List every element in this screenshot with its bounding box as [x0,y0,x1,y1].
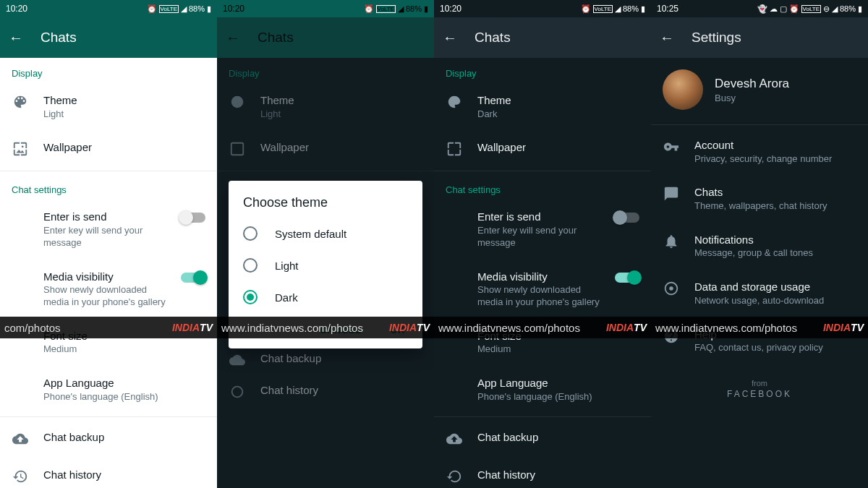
back-button[interactable]: ← [660,30,674,46]
app-lang-label: App Language [477,376,639,390]
font-size-value: Medium [477,343,639,356]
font-size-value: Medium [43,343,205,356]
signal-icon: ◢ [398,4,404,14]
app-language-item[interactable]: App Language Phone's language (English) [434,366,651,413]
media-vis-toggle[interactable] [615,273,639,283]
status-time: 10:25 [657,4,678,14]
status-time: 10:20 [223,4,244,14]
media-vis-toggle[interactable] [181,273,205,283]
media-vis-label: Media visibility [43,270,166,284]
enter-send-item[interactable]: Enter is send Enter key will send your m… [434,200,651,259]
status-bar: 10:20 ⏰ VoLTE ◢ 88% ▮ [434,0,651,17]
page-title: Chats [41,30,77,46]
wallpaper-icon [229,140,246,158]
theme-icon [229,93,246,111]
chat-backup-label: Chat backup [43,430,205,445]
page-title: Settings [692,30,741,46]
from-facebook: from FACEBOOK [651,379,868,399]
signal-icon: ◢ [615,4,621,14]
chat-history-item[interactable]: Chat history [0,458,217,488]
chat-backup-item[interactable]: Chat backup [0,420,217,458]
app-bar: ← Chats [434,17,651,58]
enter-send-item[interactable]: Enter is send Enter key will send your m… [0,200,217,259]
radio-icon [243,258,258,273]
section-chat-settings: Chat settings [434,174,651,200]
screen-dark-chats: 10:20 ⏰ VoLTE ◢ 88% ▮ ← Chats Display Th… [434,0,651,488]
dnd-icon: ⊖ [823,4,830,14]
facebook-label: FACEBOOK [651,389,868,399]
battery-icon: ▮ [858,4,862,14]
theme-value: Light [260,108,422,121]
account-item[interactable]: Account Privacy, security, change number [651,128,868,175]
radio-icon [243,290,258,304]
theme-icon [12,93,29,111]
wallpaper-item[interactable]: Wallpaper [0,130,217,168]
enter-send-toggle[interactable] [615,213,639,223]
profile-item[interactable]: Devesh Arora Busy [651,58,868,121]
section-chat-settings: Chat settings [0,174,217,200]
data-label: Data and storage usage [694,280,856,294]
section-display: Display [434,58,651,83]
theme-item[interactable]: Theme Light [0,83,217,130]
page-title: Chats [258,30,294,46]
media-visibility-item[interactable]: Media visibility Show newly downloaded m… [0,260,217,319]
chat-backup-item[interactable]: Chat backup [434,420,651,458]
signal-icon: ◢ [832,4,838,14]
radio-light[interactable]: Light [229,249,422,281]
theme-value: Light [43,108,205,121]
notif-icon: ☁ [770,4,778,14]
section-display: Display [0,58,217,83]
volte-icon: VoLTE [801,5,821,13]
radio-label: Light [275,260,299,272]
app-language-item[interactable]: App Language Phone's language (English) [0,366,217,413]
help-sub: FAQ, contact us, privacy policy [694,342,856,354]
watermark-url: www.indiatvnews.com/photos [438,322,580,334]
battery-percent: 88% [189,4,205,13]
avatar [663,69,703,110]
page-title: Chats [475,30,511,46]
chat-history-label: Chat history [43,468,205,482]
key-icon [663,138,680,155]
app-lang-value: Phone's language (English) [477,391,639,403]
battery-percent: 88% [840,4,856,13]
indiatv-logo: INDIATV [172,322,213,333]
radio-dark[interactable]: Dark [229,281,422,313]
volte-icon: VoLTE [376,5,396,13]
status-icons: ⏰ VoLTE ◢ 88% ▮ [364,4,428,14]
radio-system-default[interactable]: System default [229,218,422,249]
status-icons: ⏰ VoLTE ◢ 88% ▮ [581,4,645,14]
watermark-band: com/photos INDIATV www.indiatvnews.com/p… [0,317,868,338]
battery-percent: 88% [406,4,422,13]
wallpaper-icon [446,140,463,158]
back-button: ← [226,30,240,46]
account-sub: Privacy, security, change number [694,153,856,166]
chat-history-item[interactable]: Chat history [434,458,651,488]
alarm-icon: ⏰ [147,4,157,14]
dialog-title: Choose theme [229,195,422,218]
theme-item: Theme Light [217,83,434,130]
chat-backup-label: Chat backup [477,430,639,445]
back-button[interactable]: ← [443,30,457,46]
from-label: from [651,379,868,388]
theme-item[interactable]: Theme Dark [434,83,651,130]
alarm-icon: ⏰ [364,4,374,14]
radio-label: System default [275,228,346,240]
notif-icon: 👻 [757,4,767,14]
volte-icon: VoLTE [593,5,613,13]
section-display: Display [217,58,434,83]
notifications-item[interactable]: Notifications Message, group & call tone… [651,223,868,270]
data-usage-item[interactable]: Data and storage usage Network usage, au… [651,270,868,317]
status-bar: 10:20 ⏰ VoLTE ◢ 88% ▮ [0,0,217,17]
status-bar: 10:25 👻 ☁ ▢ ⏰ VoLTE ⊖ ◢ 88% ▮ [651,0,868,17]
back-button[interactable]: ← [9,30,23,46]
status-time: 10:20 [440,4,461,14]
chats-item[interactable]: Chats Theme, wallpapers, chat history [651,175,868,222]
battery-icon: ▮ [207,4,211,14]
wallpaper-item[interactable]: Wallpaper [434,130,651,168]
enter-send-toggle[interactable] [181,213,205,223]
divider [434,416,651,417]
screen-theme-dialog: 10:20 ⏰ VoLTE ◢ 88% ▮ ← Chats Display Th… [217,0,434,488]
media-visibility-item[interactable]: Media visibility Show newly downloaded m… [434,260,651,319]
radio-label: Dark [275,291,298,304]
app-lang-label: App Language [43,376,205,390]
